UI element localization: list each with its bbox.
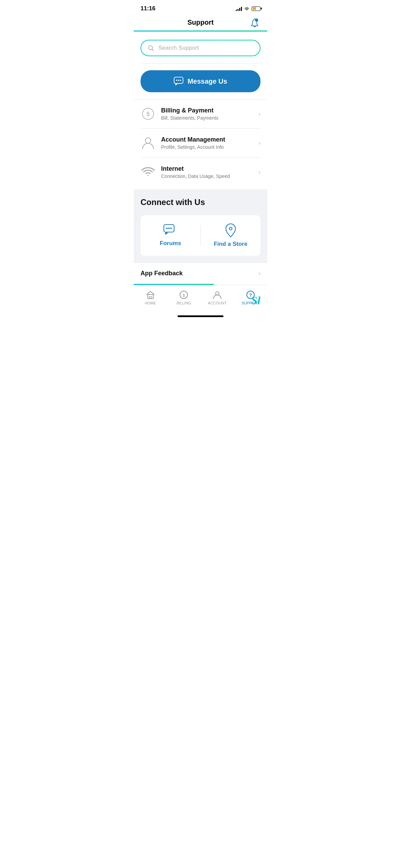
support-list: $ Billing & Payment Bill, Statements, Pa… — [134, 99, 267, 186]
message-us-section: Message Us — [134, 63, 267, 99]
find-store-button[interactable]: Find a Store — [201, 215, 261, 256]
internet-wifi-icon — [141, 165, 156, 180]
billing-icon: $ — [141, 106, 156, 121]
svg-point-13 — [170, 228, 172, 229]
svg-point-6 — [180, 80, 181, 81]
svg-point-12 — [168, 228, 170, 229]
search-section — [134, 32, 267, 63]
search-input[interactable] — [158, 45, 254, 51]
status-bar: 11:16 — [134, 0, 267, 15]
connect-buttons: Forums Find a Store — [141, 215, 260, 256]
billing-content: Billing & Payment Bill, Statements, Paym… — [161, 107, 253, 121]
tab-account[interactable]: ACCOUNT — [200, 289, 234, 306]
tab-billing-label: BILLING — [177, 301, 191, 305]
header: Support — [134, 15, 267, 31]
message-us-button[interactable]: Message Us — [141, 70, 260, 92]
find-store-label: Find a Store — [214, 241, 247, 248]
tab-billing[interactable]: $ BILLING — [167, 289, 201, 306]
page-title: Support — [187, 19, 214, 26]
svg-point-5 — [178, 80, 179, 81]
internet-content: Internet Connection, Data Usage, Speed — [161, 165, 253, 179]
svg-text:$: $ — [183, 293, 185, 298]
svg-point-11 — [166, 228, 168, 229]
svg-point-9 — [145, 138, 151, 143]
tab-support[interactable]: ? SUPPORT — [234, 289, 268, 306]
location-pin-icon — [225, 224, 236, 237]
account-content: Account Management Profile, Settings, Ac… — [161, 136, 253, 150]
forums-icon — [163, 224, 177, 237]
billing-subtitle: Bill, Statements, Payments — [161, 115, 253, 121]
connect-title: Connect with Us — [141, 197, 260, 207]
message-us-label: Message Us — [187, 77, 227, 85]
svg-text:$: $ — [146, 110, 150, 117]
tab-home-label: HOME — [145, 301, 156, 305]
notification-bell-button[interactable] — [249, 17, 260, 29]
search-icon — [147, 45, 154, 51]
status-time: 11:16 — [141, 5, 155, 12]
internet-chevron: › — [258, 169, 260, 176]
feedback-title: App Feedback — [141, 270, 183, 277]
search-container[interactable] — [141, 40, 260, 56]
svg-point-14 — [229, 227, 232, 230]
support-item-billing[interactable]: $ Billing & Payment Bill, Statements, Pa… — [134, 99, 267, 128]
account-title: Account Management — [161, 136, 253, 143]
tab-bar: HOME $ BILLING ACCOUNT ? SUPPORT — [134, 285, 267, 313]
connect-section: Connect with Us Forums Find a Store — [134, 189, 267, 263]
home-indicator — [178, 315, 223, 317]
svg-point-0 — [255, 18, 258, 21]
svg-line-2 — [152, 49, 154, 51]
billing-tab-icon: $ — [179, 290, 189, 300]
account-icon — [141, 135, 156, 150]
signal-icon — [236, 6, 242, 11]
billing-title: Billing & Payment — [161, 107, 253, 114]
tab-account-label: ACCOUNT — [208, 301, 227, 305]
internet-subtitle: Connection, Data Usage, Speed — [161, 173, 253, 179]
internet-title: Internet — [161, 165, 253, 172]
battery-icon — [252, 7, 260, 11]
feedback-section[interactable]: App Feedback › — [134, 263, 267, 284]
account-tab-icon — [212, 290, 222, 300]
tab-home[interactable]: HOME — [134, 289, 167, 306]
support-item-internet[interactable]: Internet Connection, Data Usage, Speed › — [134, 158, 267, 186]
status-icons — [236, 6, 260, 11]
forums-button[interactable]: Forums — [141, 216, 200, 255]
forums-label: Forums — [160, 240, 181, 247]
feedback-chevron: › — [258, 270, 260, 277]
bell-icon — [250, 18, 259, 28]
wifi-status-icon — [244, 7, 250, 11]
watermark: Sl — [251, 294, 260, 307]
svg-point-4 — [176, 80, 178, 81]
home-icon — [146, 290, 155, 300]
chat-icon — [174, 76, 183, 86]
account-subtitle: Profile, Settings, Account Info — [161, 144, 253, 150]
account-chevron: › — [258, 140, 260, 147]
support-item-account[interactable]: Account Management Profile, Settings, Ac… — [134, 129, 267, 157]
billing-chevron: › — [258, 110, 260, 118]
